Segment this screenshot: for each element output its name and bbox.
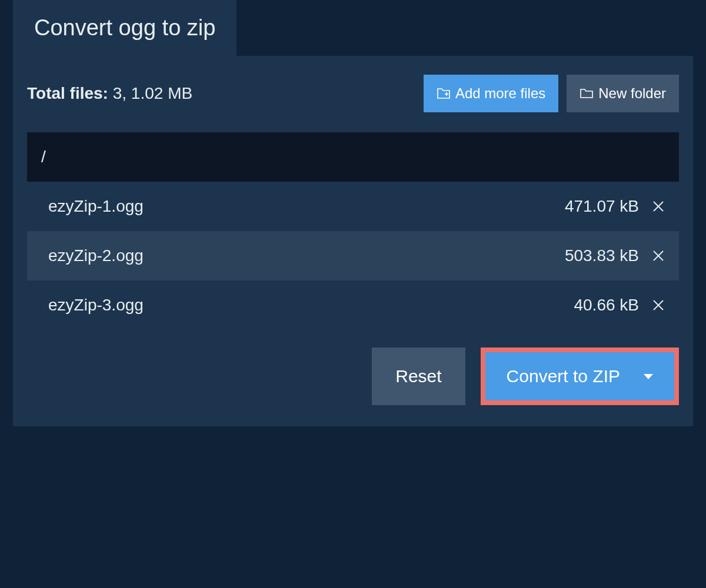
file-size: 471.07 kB xyxy=(565,197,639,216)
main-panel: Total files: 3, 1.02 MB Add more files xyxy=(13,56,693,426)
add-more-files-button[interactable]: Add more files xyxy=(424,75,558,112)
total-files: Total files: 3, 1.02 MB xyxy=(27,84,192,103)
new-folder-button[interactable]: New folder xyxy=(567,75,679,112)
file-list: / ezyZip-1.ogg 471.07 kB ezyZip-2.ogg 50… xyxy=(27,132,679,330)
summary-row: Total files: 3, 1.02 MB Add more files xyxy=(27,75,679,112)
new-folder-label: New folder xyxy=(598,85,666,102)
close-icon[interactable] xyxy=(652,299,665,312)
file-row: ezyZip-3.ogg 40.66 kB xyxy=(27,280,679,330)
file-name: ezyZip-3.ogg xyxy=(48,296,574,315)
file-name: ezyZip-1.ogg xyxy=(48,197,565,216)
convert-label: Convert to ZIP xyxy=(507,366,620,386)
close-icon[interactable] xyxy=(652,249,665,262)
total-files-value: 3, 1.02 MB xyxy=(113,84,192,102)
convert-to-zip-button[interactable]: Convert to ZIP xyxy=(485,352,674,400)
app-container: Convert ogg to zip Total files: 3, 1.02 … xyxy=(0,0,706,426)
folder-plus-icon xyxy=(437,88,451,99)
total-files-label: Total files: xyxy=(27,84,108,102)
top-buttons: Add more files New folder xyxy=(424,75,679,112)
file-row: ezyZip-1.ogg 471.07 kB xyxy=(27,182,679,231)
folder-icon xyxy=(580,88,594,99)
convert-highlight: Convert to ZIP xyxy=(481,348,679,405)
footer-actions: Reset Convert to ZIP xyxy=(27,348,679,405)
add-more-files-label: Add more files xyxy=(455,85,545,102)
tab-title: Convert ogg to zip xyxy=(13,0,237,56)
file-size: 503.83 kB xyxy=(565,246,639,265)
path-header: / xyxy=(27,132,679,182)
chevron-down-icon xyxy=(644,374,653,379)
file-name: ezyZip-2.ogg xyxy=(48,246,565,265)
reset-button[interactable]: Reset xyxy=(372,348,465,405)
close-icon[interactable] xyxy=(652,200,665,213)
file-size: 40.66 kB xyxy=(574,296,639,315)
file-row: ezyZip-2.ogg 503.83 kB xyxy=(27,231,679,280)
